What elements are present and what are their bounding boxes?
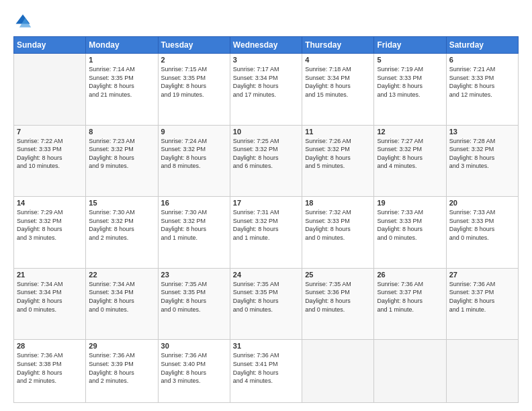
calendar-cell: 31Sunrise: 7:36 AMSunset: 3:41 PMDayligh… — [230, 340, 302, 403]
day-number: 2 — [161, 56, 227, 64]
calendar-cell: 27Sunrise: 7:36 AMSunset: 3:37 PMDayligh… — [446, 268, 518, 340]
calendar-cell: 25Sunrise: 7:35 AMSunset: 3:36 PMDayligh… — [302, 268, 374, 340]
calendar-cell: 19Sunrise: 7:33 AMSunset: 3:33 PMDayligh… — [374, 197, 446, 269]
cell-details: Sunrise: 7:24 AMSunset: 3:32 PMDaylight:… — [161, 137, 227, 171]
calendar-cell: 2Sunrise: 7:15 AMSunset: 3:35 PMDaylight… — [158, 54, 230, 126]
calendar-cell: 8Sunrise: 7:23 AMSunset: 3:32 PMDaylight… — [86, 125, 158, 197]
day-number: 20 — [449, 199, 515, 207]
page: SundayMondayTuesdayWednesdayThursdayFrid… — [0, 0, 532, 411]
calendar-cell: 5Sunrise: 7:19 AMSunset: 3:33 PMDaylight… — [374, 54, 446, 126]
cell-details: Sunrise: 7:28 AMSunset: 3:32 PMDaylight:… — [449, 137, 515, 171]
cell-details: Sunrise: 7:31 AMSunset: 3:32 PMDaylight:… — [233, 208, 299, 242]
day-number: 28 — [17, 342, 83, 350]
calendar-cell: 6Sunrise: 7:21 AMSunset: 3:33 PMDaylight… — [446, 54, 518, 126]
calendar-cell: 7Sunrise: 7:22 AMSunset: 3:33 PMDaylight… — [14, 125, 86, 197]
cell-details: Sunrise: 7:19 AMSunset: 3:33 PMDaylight:… — [377, 65, 443, 99]
calendar-cell: 16Sunrise: 7:30 AMSunset: 3:32 PMDayligh… — [158, 197, 230, 269]
week-row-5: 28Sunrise: 7:36 AMSunset: 3:38 PMDayligh… — [14, 340, 519, 403]
day-number: 27 — [449, 271, 515, 279]
calendar-cell: 24Sunrise: 7:35 AMSunset: 3:35 PMDayligh… — [230, 268, 302, 340]
cell-details: Sunrise: 7:22 AMSunset: 3:33 PMDaylight:… — [17, 137, 83, 171]
day-number: 12 — [377, 128, 443, 136]
cell-details: Sunrise: 7:21 AMSunset: 3:33 PMDaylight:… — [449, 65, 515, 99]
cell-details: Sunrise: 7:36 AMSunset: 3:37 PMDaylight:… — [449, 280, 515, 314]
cell-details: Sunrise: 7:25 AMSunset: 3:32 PMDaylight:… — [233, 137, 299, 171]
calendar-cell — [446, 340, 518, 403]
calendar-cell — [374, 340, 446, 403]
day-number: 7 — [17, 128, 83, 136]
header-day-wednesday: Wednesday — [230, 37, 302, 54]
cell-details: Sunrise: 7:34 AMSunset: 3:34 PMDaylight:… — [89, 280, 154, 314]
header-day-friday: Friday — [374, 37, 446, 54]
day-number: 6 — [449, 56, 515, 64]
cell-details: Sunrise: 7:32 AMSunset: 3:33 PMDaylight:… — [305, 208, 371, 242]
calendar-cell: 3Sunrise: 7:17 AMSunset: 3:34 PMDaylight… — [230, 54, 302, 126]
day-number: 11 — [305, 128, 371, 136]
day-number: 14 — [17, 199, 83, 207]
calendar-cell: 17Sunrise: 7:31 AMSunset: 3:32 PMDayligh… — [230, 197, 302, 269]
day-number: 13 — [449, 128, 515, 136]
cell-details: Sunrise: 7:35 AMSunset: 3:36 PMDaylight:… — [305, 280, 371, 314]
day-number: 17 — [233, 199, 299, 207]
day-number: 26 — [377, 271, 443, 279]
day-number: 3 — [233, 56, 299, 64]
week-row-1: 1Sunrise: 7:14 AMSunset: 3:35 PMDaylight… — [14, 54, 519, 126]
header-day-thursday: Thursday — [302, 37, 374, 54]
calendar-cell: 18Sunrise: 7:32 AMSunset: 3:33 PMDayligh… — [302, 197, 374, 269]
day-number: 23 — [161, 271, 227, 279]
calendar-cell: 15Sunrise: 7:30 AMSunset: 3:32 PMDayligh… — [86, 197, 158, 269]
cell-details: Sunrise: 7:36 AMSunset: 3:41 PMDaylight:… — [233, 351, 299, 385]
week-row-3: 14Sunrise: 7:29 AMSunset: 3:32 PMDayligh… — [14, 197, 519, 269]
calendar-cell: 29Sunrise: 7:36 AMSunset: 3:39 PMDayligh… — [86, 340, 158, 403]
day-number: 25 — [305, 271, 371, 279]
cell-details: Sunrise: 7:33 AMSunset: 3:33 PMDaylight:… — [449, 208, 515, 242]
day-number: 4 — [305, 56, 371, 64]
cell-details: Sunrise: 7:35 AMSunset: 3:35 PMDaylight:… — [161, 280, 227, 314]
logo — [13, 12, 35, 31]
cell-details: Sunrise: 7:36 AMSunset: 3:38 PMDaylight:… — [17, 351, 83, 385]
calendar-cell: 26Sunrise: 7:36 AMSunset: 3:37 PMDayligh… — [374, 268, 446, 340]
day-number: 31 — [233, 342, 299, 350]
week-row-2: 7Sunrise: 7:22 AMSunset: 3:33 PMDaylight… — [14, 125, 519, 197]
day-number: 19 — [377, 199, 443, 207]
calendar-cell: 10Sunrise: 7:25 AMSunset: 3:32 PMDayligh… — [230, 125, 302, 197]
header — [13, 12, 519, 31]
cell-details: Sunrise: 7:33 AMSunset: 3:33 PMDaylight:… — [377, 208, 443, 242]
calendar-cell — [302, 340, 374, 403]
day-number: 5 — [377, 56, 443, 64]
cell-details: Sunrise: 7:36 AMSunset: 3:37 PMDaylight:… — [377, 280, 443, 314]
day-number: 16 — [161, 199, 227, 207]
logo-icon — [13, 12, 32, 31]
day-number: 10 — [233, 128, 299, 136]
cell-details: Sunrise: 7:23 AMSunset: 3:32 PMDaylight:… — [89, 137, 154, 171]
cell-details: Sunrise: 7:36 AMSunset: 3:39 PMDaylight:… — [89, 351, 154, 385]
day-number: 24 — [233, 271, 299, 279]
header-day-monday: Monday — [86, 37, 158, 54]
day-number: 22 — [89, 271, 154, 279]
calendar-cell: 9Sunrise: 7:24 AMSunset: 3:32 PMDaylight… — [158, 125, 230, 197]
cell-details: Sunrise: 7:30 AMSunset: 3:32 PMDaylight:… — [161, 208, 227, 242]
calendar-cell: 11Sunrise: 7:26 AMSunset: 3:32 PMDayligh… — [302, 125, 374, 197]
calendar-cell: 28Sunrise: 7:36 AMSunset: 3:38 PMDayligh… — [14, 340, 86, 403]
day-number: 18 — [305, 199, 371, 207]
day-number: 29 — [89, 342, 154, 350]
day-number: 30 — [161, 342, 227, 350]
day-number: 15 — [89, 199, 154, 207]
cell-details: Sunrise: 7:14 AMSunset: 3:35 PMDaylight:… — [89, 65, 154, 99]
calendar-cell: 4Sunrise: 7:18 AMSunset: 3:34 PMDaylight… — [302, 54, 374, 126]
cell-details: Sunrise: 7:29 AMSunset: 3:32 PMDaylight:… — [17, 208, 83, 242]
calendar-cell: 13Sunrise: 7:28 AMSunset: 3:32 PMDayligh… — [446, 125, 518, 197]
cell-details: Sunrise: 7:26 AMSunset: 3:32 PMDaylight:… — [305, 137, 371, 171]
calendar-cell: 14Sunrise: 7:29 AMSunset: 3:32 PMDayligh… — [14, 197, 86, 269]
cell-details: Sunrise: 7:30 AMSunset: 3:32 PMDaylight:… — [89, 208, 154, 242]
day-number: 21 — [17, 271, 83, 279]
calendar-cell: 21Sunrise: 7:34 AMSunset: 3:34 PMDayligh… — [14, 268, 86, 340]
cell-details: Sunrise: 7:17 AMSunset: 3:34 PMDaylight:… — [233, 65, 299, 99]
calendar-cell — [14, 54, 86, 126]
cell-details: Sunrise: 7:27 AMSunset: 3:32 PMDaylight:… — [377, 137, 443, 171]
calendar-cell: 12Sunrise: 7:27 AMSunset: 3:32 PMDayligh… — [374, 125, 446, 197]
day-number: 9 — [161, 128, 227, 136]
calendar-cell: 23Sunrise: 7:35 AMSunset: 3:35 PMDayligh… — [158, 268, 230, 340]
day-number: 1 — [89, 56, 154, 64]
cell-details: Sunrise: 7:18 AMSunset: 3:34 PMDaylight:… — [305, 65, 371, 99]
